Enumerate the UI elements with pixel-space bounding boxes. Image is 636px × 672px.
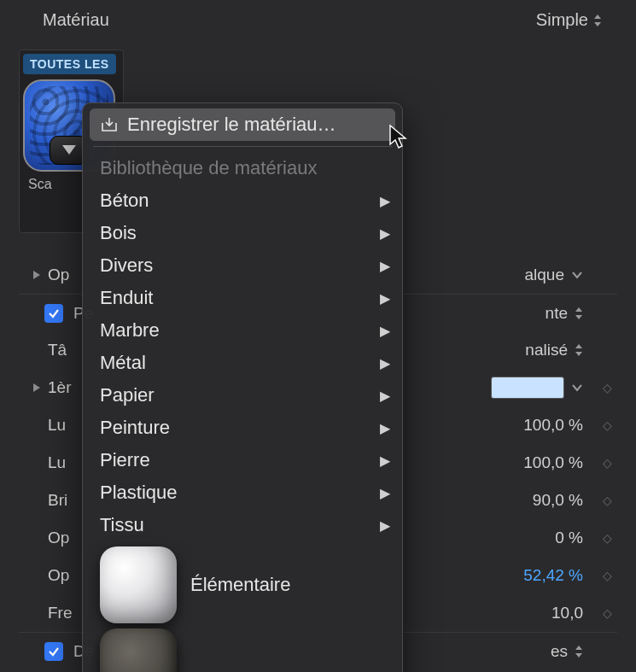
- param-value[interactable]: 90,0 %: [533, 491, 583, 510]
- menu-category-label: Enduit: [100, 287, 153, 309]
- menu-category-label: Divers: [100, 254, 153, 277]
- menu-material-label: Élémentaire: [190, 574, 290, 596]
- param-value-area: es: [551, 642, 583, 661]
- menu-category-label: Papier: [100, 384, 155, 406]
- menu-category-item[interactable]: Bois▶: [83, 217, 402, 249]
- keyframe-diamond-icon[interactable]: ◇: [603, 381, 612, 394]
- param-value-area: 100,0 %: [523, 453, 583, 472]
- menu-section-label: Bibliothèque de matériaux: [100, 157, 317, 179]
- keyframe-diamond-icon[interactable]: ◇: [603, 531, 612, 545]
- param-label: Tâ: [48, 341, 82, 359]
- chevron-down-icon[interactable]: [571, 271, 583, 279]
- disclosure-triangle-icon: [29, 270, 44, 280]
- material-preview-icon: [100, 628, 177, 672]
- mode-selector[interactable]: Simple: [536, 10, 602, 30]
- updown-icon[interactable]: [575, 307, 583, 319]
- material-preview-icon: [100, 546, 177, 623]
- param-value[interactable]: 52,42 %: [523, 566, 583, 585]
- menu-section-library: Bibliothèque de matériaux: [83, 152, 402, 184]
- param-value-area: [491, 377, 583, 399]
- menu-category-item[interactable]: Divers▶: [83, 249, 402, 282]
- menu-material-basic[interactable]: Élémentaire: [83, 541, 402, 628]
- menu-category-label: Plastique: [100, 482, 178, 504]
- submenu-arrow-icon: ▶: [380, 225, 390, 242]
- param-value[interactable]: nte: [546, 304, 568, 323]
- param-value-area: 52,42 %: [523, 566, 583, 585]
- param-value[interactable]: alque: [525, 266, 565, 284]
- param-value[interactable]: 10,0: [551, 604, 583, 622]
- param-label: Fre: [48, 604, 82, 622]
- keyframe-diamond-icon[interactable]: ◇: [603, 418, 612, 432]
- submenu-arrow-icon: ▶: [380, 485, 390, 501]
- menu-category-item[interactable]: Papier▶: [83, 379, 402, 412]
- menu-category-label: Bois: [100, 222, 137, 244]
- filter-tag-all[interactable]: TOUTES LES: [23, 54, 116, 74]
- menu-category-label: Métal: [100, 352, 146, 374]
- param-value[interactable]: nalisé: [525, 341, 568, 359]
- menu-item-save-material[interactable]: Enregistrer le matériau…: [90, 108, 395, 141]
- submenu-arrow-icon: ▶: [380, 420, 390, 436]
- submenu-arrow-icon: ▶: [380, 258, 390, 274]
- param-label: Bri: [48, 491, 82, 510]
- param-value-area: 10,0: [551, 604, 583, 622]
- menu-category-label: Béton: [100, 190, 149, 212]
- param-label: 1èr: [48, 378, 82, 397]
- keyframe-diamond-icon[interactable]: ◇: [603, 569, 612, 582]
- mode-label: Simple: [536, 10, 588, 30]
- param-value-area: nalisé: [525, 341, 583, 359]
- section-header: Matériau Simple: [0, 0, 636, 38]
- menu-material-secondary[interactable]: [83, 628, 402, 672]
- submenu-arrow-icon: ▶: [380, 323, 390, 339]
- menu-category-item[interactable]: Marbre▶: [83, 314, 402, 347]
- keyframe-diamond-icon[interactable]: ◇: [603, 606, 612, 620]
- param-label: Op: [48, 529, 82, 547]
- checkbox[interactable]: [44, 642, 63, 661]
- param-label: Op: [48, 266, 82, 284]
- section-title: Matériau: [43, 10, 109, 30]
- param-value-area: nte: [546, 304, 583, 323]
- menu-category-item[interactable]: Pierre▶: [83, 444, 402, 476]
- param-value[interactable]: 100,0 %: [523, 453, 583, 472]
- menu-category-label: Marbre: [100, 319, 160, 342]
- menu-category-label: Peinture: [100, 417, 170, 439]
- param-value[interactable]: 0 %: [555, 529, 583, 547]
- keyframe-diamond-icon[interactable]: ◇: [603, 456, 612, 470]
- menu-category-item[interactable]: Métal▶: [83, 347, 402, 379]
- param-value[interactable]: 100,0 %: [523, 416, 583, 435]
- param-label: Lu: [48, 453, 82, 472]
- material-context-menu: Enregistrer le matériau… Bibliothèque de…: [82, 102, 403, 672]
- submenu-arrow-icon: ▶: [380, 453, 390, 469]
- updown-icon[interactable]: [575, 646, 583, 657]
- param-value-area: 0 %: [555, 529, 583, 547]
- menu-category-item[interactable]: Enduit▶: [83, 282, 402, 314]
- submenu-arrow-icon: ▶: [380, 193, 390, 209]
- menu-category-label: Tissu: [100, 514, 144, 536]
- submenu-arrow-icon: ▶: [380, 388, 390, 404]
- color-swatch[interactable]: [491, 377, 564, 399]
- menu-item-label: Enregistrer le matériau…: [127, 114, 336, 136]
- updown-icon[interactable]: [575, 344, 583, 356]
- menu-category-label: Pierre: [100, 449, 150, 471]
- checkbox[interactable]: [44, 304, 63, 323]
- updown-icon: [593, 15, 602, 26]
- menu-category-item[interactable]: Tissu▶: [83, 509, 402, 541]
- keyframe-diamond-icon[interactable]: ◇: [603, 494, 612, 507]
- menu-category-item[interactable]: Peinture▶: [83, 412, 402, 444]
- submenu-arrow-icon: ▶: [380, 290, 390, 307]
- param-value-area: 90,0 %: [533, 491, 583, 510]
- submenu-arrow-icon: ▶: [380, 517, 390, 534]
- disclosure-triangle-icon: [29, 383, 44, 393]
- menu-separator: [93, 146, 392, 147]
- param-value-area: 100,0 %: [523, 416, 583, 435]
- save-icon: [100, 115, 119, 134]
- param-value-area: alque: [525, 266, 584, 284]
- chevron-down-icon[interactable]: [571, 383, 583, 392]
- menu-category-item[interactable]: Béton▶: [83, 184, 402, 217]
- param-label: Op: [48, 566, 82, 585]
- submenu-arrow-icon: ▶: [380, 355, 390, 371]
- param-label: Lu: [48, 416, 82, 435]
- menu-category-item[interactable]: Plastique▶: [83, 476, 402, 509]
- param-value[interactable]: es: [551, 642, 568, 661]
